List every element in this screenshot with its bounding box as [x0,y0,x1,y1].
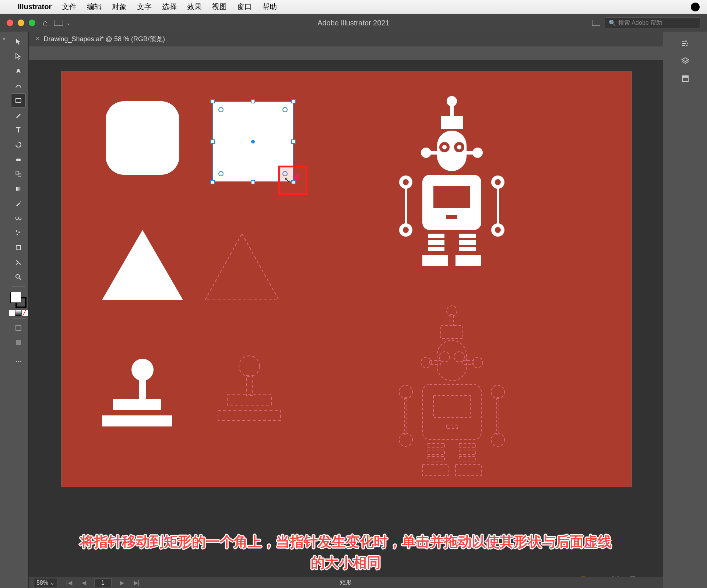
fill-stroke-swatch[interactable] [10,292,27,308]
robot-dashed-guide [378,300,525,502]
layers-panel-icon[interactable] [679,56,691,66]
svg-point-30 [457,145,461,149]
resize-handle-tm[interactable] [251,99,255,103]
resize-handle-ml[interactable] [210,139,215,144]
color-mode-gradient[interactable] [15,310,21,316]
svg-point-8 [18,231,20,233]
svg-line-12 [19,278,21,280]
canvas[interactable]: ⤡ 锚 [29,60,663,588]
svg-rect-17 [227,395,271,405]
rectangle-tool[interactable] [11,93,26,107]
next-artboard-button[interactable]: ▶ [118,579,126,586]
document-tab-title[interactable]: Drawing_Shapes.ai* @ 58 % (RGB/预览) [44,35,165,43]
svg-point-29 [442,145,447,149]
svg-point-61 [454,352,464,362]
first-artboard-button[interactable]: |◀ [64,579,73,586]
svg-point-22 [421,148,431,158]
menu-object[interactable]: 对象 [112,2,127,12]
rounded-rect-shape[interactable] [106,101,179,175]
symbol-sprayer-tool[interactable] [11,226,26,240]
joystick-shape[interactable] [113,359,172,426]
svg-point-9 [17,234,18,235]
menu-type[interactable]: 文字 [137,2,152,12]
center-point[interactable] [251,140,255,144]
right-scrollbar-strip[interactable] [663,32,674,588]
control-bar[interactable] [29,46,663,60]
menu-view[interactable]: 视图 [212,2,227,12]
svg-point-80 [687,43,688,44]
corner-widget-tl[interactable] [218,107,224,112]
svg-point-67 [399,433,412,446]
slice-tool[interactable] [11,255,26,269]
left-collapse-strip[interactable]: » [0,32,8,588]
resize-handle-mr[interactable] [291,139,296,144]
scale-tool[interactable] [11,167,26,181]
svg-point-37 [403,179,409,185]
zoom-level-select[interactable]: 58% ⌄ [33,578,58,587]
triangle-shape[interactable] [102,230,183,300]
instruction-line1: 将指针移动到矩形的一个角上，当指针发生变化时，单击并拖动以使其形状与后面虚线 [45,531,647,552]
account-icon[interactable] [691,3,700,11]
prev-artboard-button[interactable]: ◀ [80,579,88,586]
menu-edit[interactable]: 编辑 [87,2,102,12]
close-button[interactable] [7,20,13,26]
draw-mode-normal[interactable] [11,321,26,335]
svg-rect-76 [459,457,476,461]
home-icon[interactable]: ⌂ [43,18,48,28]
resize-handle-bl[interactable] [210,180,215,184]
fill-swatch[interactable] [10,292,21,303]
svg-rect-2 [16,171,19,174]
app-name-menu[interactable]: Illustrator [18,3,52,11]
robot-shape[interactable] [378,90,525,293]
svg-rect-3 [18,174,21,177]
svg-rect-18 [218,410,281,421]
resize-handle-tr[interactable] [291,99,296,103]
direct-selection-tool[interactable] [11,49,26,63]
artboard-number-input[interactable]: 1 [94,578,112,587]
svg-point-42 [495,179,501,185]
artboard[interactable]: ⤡ 锚 [61,71,632,487]
type-tool[interactable]: T [11,123,26,137]
corner-widget-tr[interactable] [282,107,288,112]
eyedropper-tool[interactable] [11,196,26,210]
resize-handle-tl[interactable] [210,99,215,103]
arrange-documents-icon[interactable] [592,20,600,26]
artboard-tool[interactable] [11,241,26,255]
color-mode-none[interactable]: ╱ [22,310,28,316]
minimize-button[interactable] [18,20,24,26]
gradient-tool[interactable] [11,182,26,196]
svg-rect-66 [405,397,407,434]
workspace-switcher[interactable]: ⌄ [54,20,71,26]
color-mode-solid[interactable] [9,310,15,316]
toolbox: T ╱ ⋯ [8,32,29,588]
blend-tool[interactable] [11,211,26,225]
menu-file[interactable]: 文件 [62,2,77,12]
menu-select[interactable]: 选择 [162,2,177,12]
cursor-label: 锚 [293,173,300,181]
curvature-tool[interactable] [11,79,26,93]
eraser-tool[interactable] [11,152,26,166]
selection-tool[interactable] [11,35,26,49]
screen-mode[interactable] [11,336,26,350]
app-title: Adobe Illustrator 2021 [317,19,390,27]
paintbrush-tool[interactable] [11,108,26,122]
menu-help[interactable]: 帮助 [262,2,277,12]
pen-tool[interactable] [11,64,26,78]
search-icon: 🔍 [609,20,616,26]
close-tab-icon[interactable]: × [35,35,39,43]
libraries-panel-icon[interactable] [679,74,691,84]
help-search-input[interactable]: 🔍 搜索 Adobe 帮助 [605,17,700,28]
resize-handle-bm[interactable] [251,180,255,184]
maximize-button[interactable] [29,20,35,26]
corner-widget-bl[interactable] [218,171,224,176]
properties-panel-icon[interactable] [679,38,691,49]
rotate-tool[interactable] [11,138,26,152]
svg-rect-35 [405,188,407,224]
svg-rect-4 [16,187,21,191]
last-artboard-button[interactable]: ▶| [132,579,141,586]
current-tool-label: 矩形 [340,579,352,587]
menu-window[interactable]: 窗口 [237,2,252,12]
menu-effect[interactable]: 效果 [187,2,202,12]
edit-toolbar[interactable]: ⋯ [11,354,26,368]
zoom-tool[interactable] [11,270,26,284]
